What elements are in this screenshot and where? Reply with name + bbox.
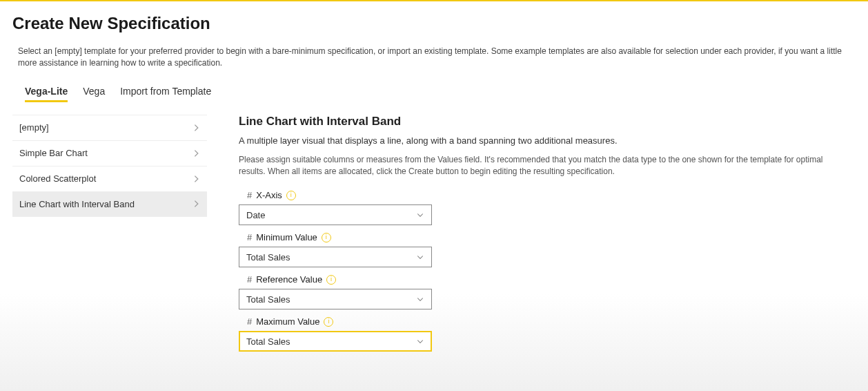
hash-icon: # [247,274,252,285]
template-list: [empty] Simple Bar Chart Colored Scatter… [12,115,207,359]
provider-tabs: Vega-Lite Vega Import from Template [12,82,856,102]
chevron-right-icon [192,149,201,158]
dropdown-x-axis[interactable]: Date [239,204,432,225]
info-icon[interactable]: i [324,317,333,327]
detail-help: Please assign suitable columns or measur… [239,154,850,178]
chevron-right-icon [192,174,201,184]
dropdown-value: Date [246,210,265,220]
field-x-axis: # X-Axis i Date [239,190,850,225]
template-item-empty[interactable]: [empty] [12,115,207,140]
template-item-simple-bar[interactable]: Simple Bar Chart [12,140,207,166]
template-item-label: Colored Scatterplot [19,173,96,184]
chevron-right-icon [192,199,201,209]
template-item-line-interval[interactable]: Line Chart with Interval Band [12,191,207,217]
info-icon[interactable]: i [286,191,296,200]
chevron-down-icon [416,337,424,345]
field-label: # Reference Value i [239,274,850,285]
dropdown-value: Total Sales [246,252,290,263]
page-title: Create New Specification [12,14,856,33]
field-min-value: # Minimum Value i Total Sales [239,232,850,267]
tab-vega-lite[interactable]: Vega-Lite [25,82,68,102]
hash-icon: # [247,316,252,327]
field-label-text: X-Axis [256,190,282,200]
info-icon[interactable]: i [326,275,336,285]
chevron-down-icon [416,253,424,261]
detail-subtitle: A multiple layer visual that displays a … [239,135,850,146]
field-label: # X-Axis i [239,190,850,200]
template-item-colored-scatter[interactable]: Colored Scatterplot [12,166,207,191]
tab-import-template[interactable]: Import from Template [120,82,211,102]
dropdown-min-value[interactable]: Total Sales [239,247,432,267]
dropdown-max-value[interactable]: Total Sales [239,331,432,352]
chevron-down-icon [416,295,424,303]
chevron-down-icon [416,211,424,219]
template-item-label: Line Chart with Interval Band [19,199,135,209]
template-item-label: [empty] [19,122,49,133]
intro-text: Select an [empty] template for your pref… [12,46,856,69]
info-icon[interactable]: i [322,233,331,242]
tab-vega[interactable]: Vega [83,82,105,102]
field-label: # Minimum Value i [239,232,850,242]
chevron-right-icon [192,123,201,133]
field-label-text: Minimum Value [256,232,317,242]
hash-icon: # [247,190,252,200]
field-label-text: Reference Value [256,274,322,285]
hash-icon: # [247,232,252,242]
dropdown-ref-value[interactable]: Total Sales [239,289,432,309]
template-item-label: Simple Bar Chart [19,148,88,158]
dropdown-value: Total Sales [246,294,290,305]
template-detail: Line Chart with Interval Band A multiple… [239,115,856,359]
detail-title: Line Chart with Interval Band [239,115,850,128]
field-max-value: # Maximum Value i Total Sales [239,316,850,352]
field-label: # Maximum Value i [239,316,850,327]
field-label-text: Maximum Value [256,316,319,327]
field-ref-value: # Reference Value i Total Sales [239,274,850,309]
dropdown-value: Total Sales [246,336,290,347]
